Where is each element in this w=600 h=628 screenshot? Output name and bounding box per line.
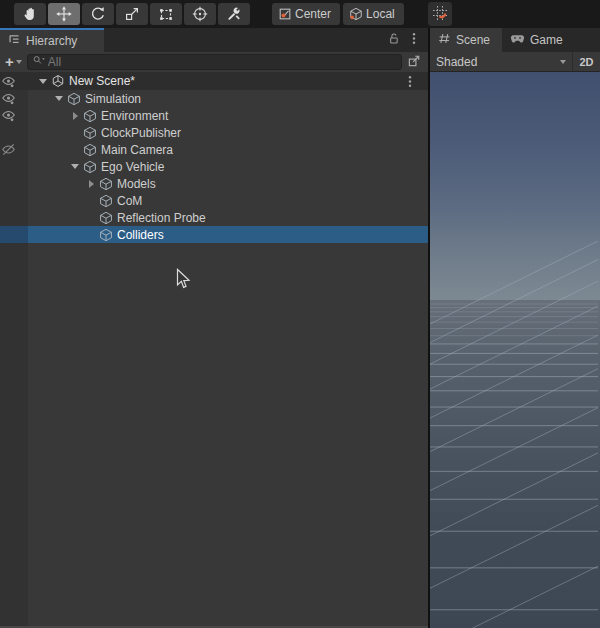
tree-row-simulation[interactable]: Simulation xyxy=(0,90,428,107)
transform-tool-button[interactable] xyxy=(184,3,216,25)
kebab-menu-icon[interactable] xyxy=(408,32,420,48)
tree-row-new-scene[interactable]: New Scene* xyxy=(0,72,428,90)
move-icon xyxy=(56,6,72,22)
local-cube-icon xyxy=(349,7,363,21)
foldout-collapsed-icon[interactable] xyxy=(68,112,82,120)
visibility-toggle-empty xyxy=(0,192,28,209)
tree-row-colliders[interactable]: Colliders xyxy=(0,226,428,243)
tree-row-label: New Scene* xyxy=(69,74,135,88)
gamepad-icon xyxy=(510,32,525,48)
tree-row-label: Simulation xyxy=(85,92,141,106)
scene-controls: Shaded 2D xyxy=(430,52,600,72)
tree-row-label: CoM xyxy=(117,194,142,208)
chevron-down-icon xyxy=(560,60,566,64)
rotate-tool-button[interactable] xyxy=(82,3,114,25)
scene-panel: Scene Game Shaded 2D xyxy=(430,28,600,628)
tree-row-environment[interactable]: Environment xyxy=(0,107,428,124)
scene-tabbar: Scene Game xyxy=(430,28,600,52)
visibility-toggle-empty xyxy=(0,124,28,141)
pivot-mode-label: Center xyxy=(295,7,331,21)
foldout-expanded-icon[interactable] xyxy=(36,79,50,84)
move-tool-button[interactable] xyxy=(48,3,80,25)
scene-viewport[interactable] xyxy=(430,72,600,628)
gameobject-cube-icon xyxy=(98,177,114,191)
gameobject-cube-icon xyxy=(98,211,114,225)
wrench-icon xyxy=(226,6,242,22)
pivot-icon xyxy=(278,7,292,21)
gameobject-cube-icon xyxy=(98,194,114,208)
shading-mode-dropdown[interactable]: Shaded xyxy=(430,52,572,71)
tree-row-com[interactable]: CoM xyxy=(0,192,428,209)
hand-icon xyxy=(22,6,38,22)
main-toolbar: Center Local xyxy=(0,0,600,28)
tab-scene[interactable]: Scene xyxy=(430,28,502,52)
lock-icon[interactable] xyxy=(387,32,400,48)
hierarchy-panel: Hierarchy + New Scene*SimulationEnvironm… xyxy=(0,28,430,628)
scene-kebab-menu-icon[interactable] xyxy=(404,75,416,88)
scene-grid xyxy=(430,72,598,628)
gameobject-cube-icon xyxy=(98,228,114,242)
gameobject-cube-icon xyxy=(66,92,82,106)
visibility-toggle-empty xyxy=(0,226,28,243)
tab-game-label: Game xyxy=(530,33,563,47)
tree-row-label: Reflection Probe xyxy=(117,211,206,225)
tab-hierarchy[interactable]: Hierarchy xyxy=(0,28,104,52)
search-field[interactable] xyxy=(27,54,402,70)
2d-mode-button[interactable]: 2D xyxy=(572,52,600,71)
hierarchy-tree: New Scene*SimulationEnvironmentClockPubl… xyxy=(0,72,428,628)
visibility-eye-icon[interactable] xyxy=(0,90,28,107)
tool-group xyxy=(14,3,250,25)
tree-row-label: Colliders xyxy=(117,228,164,242)
chevron-down-icon xyxy=(16,60,22,64)
tree-row-models[interactable]: Models xyxy=(0,175,428,192)
gameobject-cube-icon xyxy=(82,109,98,123)
transform-icon xyxy=(192,6,208,22)
grid-icon xyxy=(438,32,451,48)
create-object-button[interactable]: + xyxy=(5,55,22,69)
visibility-eye-icon[interactable] xyxy=(0,107,28,124)
grid-snap-button[interactable] xyxy=(428,2,452,26)
visibility-toggle-empty xyxy=(0,209,28,226)
scene-asset-icon xyxy=(50,74,66,88)
scale-icon xyxy=(124,6,140,22)
tree-row-label: Main Camera xyxy=(101,143,173,157)
gameobject-cube-icon xyxy=(82,126,98,140)
tab-hierarchy-label: Hierarchy xyxy=(26,34,77,48)
visibility-toggle-empty xyxy=(0,158,28,175)
rect-icon xyxy=(158,6,174,22)
search-window-icon[interactable] xyxy=(407,53,422,71)
tree-row-label: Ego Vehicle xyxy=(101,160,164,174)
visibility-eye-icon[interactable] xyxy=(0,72,28,90)
hierarchy-tabbar: Hierarchy xyxy=(0,28,428,52)
plus-icon: + xyxy=(5,55,14,69)
tree-row-label: Models xyxy=(117,177,156,191)
hand-tool-button[interactable] xyxy=(14,3,46,25)
hierarchy-searchbar: + xyxy=(0,52,428,72)
search-input[interactable] xyxy=(48,55,397,69)
pivot-mode-button[interactable]: Center xyxy=(272,3,340,25)
rect-tool-button[interactable] xyxy=(150,3,182,25)
search-icon xyxy=(32,54,46,70)
visibility-eye-off-icon[interactable] xyxy=(0,141,28,158)
shading-mode-label: Shaded xyxy=(436,55,477,69)
tree-row-ego-vehicle[interactable]: Ego Vehicle xyxy=(0,158,428,175)
tree-row-main-camera[interactable]: Main Camera xyxy=(0,141,428,158)
gameobject-cube-icon xyxy=(82,143,98,157)
hierarchy-list-icon xyxy=(8,33,21,49)
gameobject-cube-icon xyxy=(82,160,98,174)
2d-mode-label: 2D xyxy=(579,56,593,68)
foldout-collapsed-icon[interactable] xyxy=(84,180,98,188)
custom-tools-button[interactable] xyxy=(218,3,250,25)
rotate-icon xyxy=(90,6,106,22)
tree-row-label: ClockPublisher xyxy=(101,126,181,140)
tree-row-reflection-probe[interactable]: Reflection Probe xyxy=(0,209,428,226)
foldout-expanded-icon[interactable] xyxy=(52,96,66,101)
scale-tool-button[interactable] xyxy=(116,3,148,25)
visibility-toggle-empty xyxy=(0,175,28,192)
tab-scene-label: Scene xyxy=(456,33,490,47)
foldout-expanded-icon[interactable] xyxy=(68,164,82,169)
grid-snap-icon xyxy=(432,5,448,24)
tab-game[interactable]: Game xyxy=(502,28,575,52)
orientation-mode-button[interactable]: Local xyxy=(343,3,404,25)
tree-row-clockpublisher[interactable]: ClockPublisher xyxy=(0,124,428,141)
